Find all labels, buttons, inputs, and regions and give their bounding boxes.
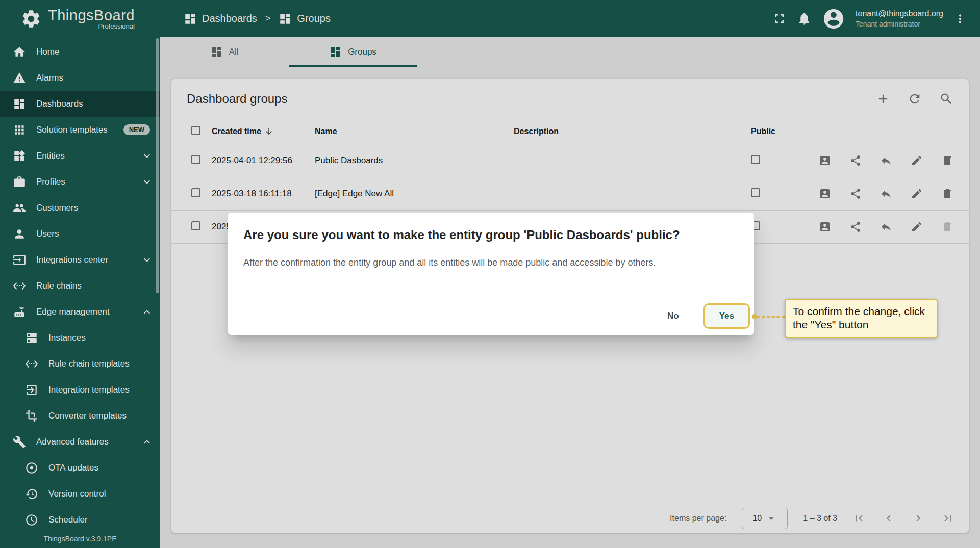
- yes-button-highlight: Yes: [703, 303, 750, 329]
- tour-callout: To confirm the change, click the "Yes" b…: [785, 299, 938, 338]
- no-button[interactable]: No: [658, 306, 688, 326]
- dialog-actions: No Yes: [658, 303, 750, 329]
- confirm-dialog: Are you sure you want to make the entity…: [228, 213, 754, 335]
- yes-button[interactable]: Yes: [710, 306, 743, 326]
- dialog-message: After the confirmation the entity group …: [243, 257, 739, 268]
- callout-connector-dot: [752, 314, 757, 319]
- callout-connector-line: [757, 316, 785, 318]
- dialog-title: Are you sure you want to make the entity…: [243, 228, 739, 242]
